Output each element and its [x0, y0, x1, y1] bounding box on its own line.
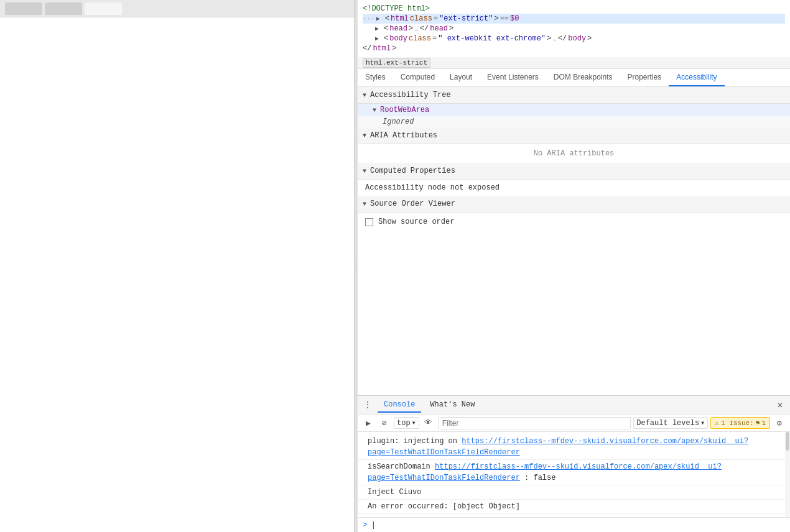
console-settings-button[interactable]: ⚙ [773, 416, 786, 430]
html-line-head: ▶ <head> … </head> [363, 24, 785, 34]
log-text-1a: isSearchDomain [368, 462, 435, 471]
show-source-order-label: Show source order [378, 218, 454, 226]
ignored-label: Ignored [358, 116, 790, 127]
head-expand-arrow[interactable]: ▶ [375, 25, 383, 32]
console-log[interactable]: plugin: injecting on https://firstclass-… [358, 432, 790, 517]
accessibility-tree-header[interactable]: ▼ Accessibility Tree [358, 87, 790, 104]
log-text-0: plugin: injecting on [368, 437, 462, 446]
tab-whats-new[interactable]: What's New [424, 398, 481, 413]
clear-console-button[interactable]: ⊘ [378, 416, 391, 430]
accessibility-tree-triangle: ▼ [363, 92, 366, 99]
log-entry-0: plugin: injecting on https://firstclass-… [358, 434, 790, 460]
html-tag: html [391, 14, 409, 23]
html-expand-arrow[interactable]: ▶ [376, 15, 384, 22]
tabs-bar: Styles Computed Layout Event Listeners D… [358, 69, 790, 87]
issues-flag-icon: ⚑ [756, 419, 760, 427]
issues-label: 1 Issue: [721, 420, 754, 427]
issues-warning-icon: ⚠ [715, 419, 719, 427]
aria-attributes-header[interactable]: ▼ ARIA Attributes [358, 127, 790, 144]
root-web-area-item[interactable]: ▼ RootWebArea [358, 104, 790, 116]
expand-dots: ··· [363, 15, 375, 22]
tab-properties[interactable]: Properties [620, 69, 669, 86]
accessibility-panel: ▼ Accessibility Tree ▼ RootWebArea Ignor… [358, 87, 790, 395]
aria-attributes-label: ARIA Attributes [370, 131, 437, 140]
context-value: top [397, 419, 411, 428]
execute-icon-button[interactable]: ▶ [361, 416, 375, 430]
computed-properties-label: Computed Properties [370, 167, 455, 175]
log-entry-3: An error occurred: [object Object] [358, 500, 790, 514]
top-bar [0, 0, 354, 17]
body-expand-arrow[interactable]: ▶ [375, 35, 383, 42]
browser-viewport [0, 0, 355, 532]
computed-properties-header[interactable]: ▼ Computed Properties [358, 163, 790, 180]
js-dollar-zero: $0 [510, 14, 519, 23]
breadcrumb-tag[interactable]: html.ext-strict [363, 58, 430, 68]
breadcrumb[interactable]: html.ext-strict [358, 57, 790, 69]
html-source-area: <!DOCTYPE html> ··· ▶ <html class="ext-s… [358, 0, 790, 57]
log-entry-1: isSearchDomain https://firstclass--mfdev… [358, 460, 790, 485]
console-tabs-bar: ⋮ Console What's New ✕ [358, 396, 790, 415]
prompt-input[interactable]: | [371, 521, 376, 530]
root-web-area-triangle: ▼ [373, 107, 376, 114]
console-toolbar: ▶ ⊘ top ▾ 👁 Default levels ▾ ⚠ 1 Issue: … [358, 415, 790, 432]
context-selector[interactable]: top ▾ [394, 417, 419, 429]
log-entry-2: Inject Ciuvo [358, 485, 790, 500]
console-menu-button[interactable]: ⋮ [360, 398, 375, 413]
scrollbar-thumb[interactable] [786, 432, 789, 451]
console-close-button[interactable]: ✕ [773, 398, 788, 413]
context-chevron-icon: ▾ [412, 418, 416, 428]
source-order-label: Source Order Viewer [370, 200, 455, 208]
issues-badge[interactable]: ⚠ 1 Issue: ⚑ 1 [710, 417, 770, 429]
html-line-close: </html> [363, 44, 785, 53]
root-web-area-name: RootWebArea [380, 106, 429, 114]
console-section: ⋮ Console What's New ✕ ▶ ⊘ top ▾ 👁 Defau… [358, 395, 790, 532]
log-text-2: Inject Ciuvo [368, 488, 421, 497]
tab-event-listeners[interactable]: Event Listeners [480, 69, 546, 86]
issues-count: 1 [761, 420, 766, 427]
html-line-body: ▶ <body class=" ext-webkit ext-chrome" >… [363, 34, 785, 44]
node-not-exposed-message: Accessibility node not exposed [358, 180, 790, 196]
tab-dom-breakpoints[interactable]: DOM Breakpoints [546, 69, 620, 86]
log-levels-chevron-icon: ▾ [700, 418, 705, 428]
show-source-order-checkbox[interactable] [365, 218, 373, 226]
tab-layout[interactable]: Layout [442, 69, 480, 86]
log-levels-label: Default levels [636, 419, 699, 428]
console-prompt[interactable]: > | [358, 517, 790, 532]
aria-attributes-triangle: ▼ [363, 132, 366, 139]
tab-accessibility[interactable]: Accessibility [669, 69, 724, 86]
computed-properties-triangle: ▼ [363, 168, 366, 175]
doctype-text: <!DOCTYPE html> [363, 4, 430, 13]
devtools-panel: <!DOCTYPE html> ··· ▶ <html class="ext-s… [358, 0, 790, 532]
tab-styles[interactable]: Styles [358, 69, 393, 86]
scrollbar-track[interactable] [785, 432, 790, 517]
log-levels-selector[interactable]: Default levels ▾ [633, 417, 708, 429]
prompt-arrow-icon: > [363, 520, 368, 530]
accessibility-tree-label: Accessibility Tree [370, 91, 451, 99]
source-order-triangle: ▼ [363, 201, 366, 208]
source-order-content: Show source order [358, 213, 790, 231]
browser-tab[interactable] [5, 2, 42, 15]
tab-console[interactable]: Console [378, 398, 421, 413]
html-line-doctype: <!DOCTYPE html> [363, 4, 785, 14]
console-filter-input[interactable] [438, 417, 631, 429]
browser-tab-2[interactable] [45, 2, 82, 15]
browser-tab-active[interactable] [85, 2, 122, 15]
html-line-html[interactable]: ··· ▶ <html class="ext-strict" > == $0 [363, 14, 785, 24]
eye-icon-button[interactable]: 👁 [422, 416, 435, 430]
no-aria-message: No ARIA attributes [358, 144, 790, 163]
source-order-viewer-header[interactable]: ▼ Source Order Viewer [358, 196, 790, 213]
log-text-1b: : false [524, 474, 555, 482]
log-text-3: An error occurred: [object Object] [368, 502, 520, 511]
tab-computed[interactable]: Computed [393, 69, 442, 86]
